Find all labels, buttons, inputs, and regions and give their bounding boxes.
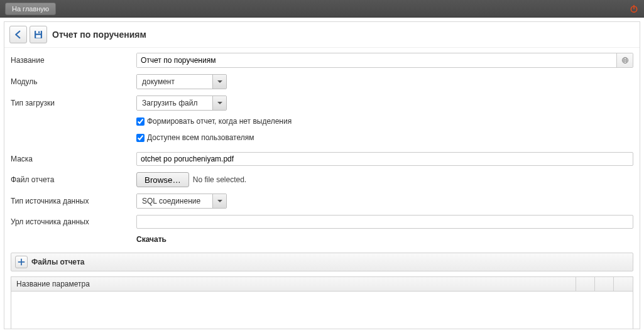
table-header: Название параметра [11,276,633,292]
load-type-select[interactable]: Загрузить файл [136,96,227,111]
floppy-disk-icon [33,29,44,40]
module-select[interactable]: документ [136,74,227,89]
file-status: No file selected. [193,175,246,184]
load-type-select-arrow[interactable] [212,96,226,110]
mask-input[interactable] [136,152,633,166]
svg-rect-10 [18,261,25,263]
chevron-down-icon [217,198,223,204]
table-body [11,292,633,329]
topbar: На главную [0,0,644,18]
power-button[interactable] [628,3,640,15]
power-icon [629,4,639,14]
files-section-title: Файлы отчета [31,258,84,266]
datasource-url-label: Урл источника данных [11,217,136,226]
th-param-name: Название параметра [11,277,576,291]
datasource-url-input[interactable] [136,215,633,229]
content: Название Модуль [4,48,640,329]
back-button[interactable] [9,26,27,43]
datasource-type-select-arrow[interactable] [212,194,226,208]
load-type-select-value: Загрузить файл [137,96,212,110]
chevron-down-icon [217,79,223,85]
arrow-left-icon [13,29,24,40]
row-load-type: Тип загрузки Загрузить файл [11,96,633,111]
svg-rect-5 [36,35,41,38]
row-name: Название [11,53,633,68]
module-select-arrow[interactable] [212,75,226,89]
row-checkboxes: Формировать отчет, когда нет выделения Д… [11,117,633,146]
home-button[interactable]: На главную [5,3,56,15]
row-datasource-type: Тип источника данных SQL соединение [11,194,633,209]
row-mask: Маска [11,152,633,166]
th-action-1 [576,277,595,291]
checkbox-available-label: Доступен всем пользователям [147,133,254,142]
checkbox-generate-label: Формировать отчет, когда нет выделения [147,117,292,126]
toolbar: Отчет по поручениям [4,22,640,48]
datasource-type-label: Тип источника данных [11,197,136,205]
row-download: Скачать [11,235,633,244]
module-select-value: документ [137,75,212,89]
page-title: Отчет по поручениям [52,30,146,40]
th-action-3 [614,277,633,291]
datasource-type-select[interactable]: SQL соединение [136,194,227,209]
browse-button[interactable]: Browse… [136,172,189,187]
name-input[interactable] [137,53,616,67]
mask-label: Маска [11,155,136,163]
svg-rect-4 [38,31,40,33]
plus-icon [17,258,26,266]
checkbox-available[interactable] [136,134,145,142]
load-type-label: Тип загрузки [11,99,136,107]
row-datasource-url: Урл источника данных [11,215,633,229]
module-label: Модуль [11,77,136,86]
row-module: Модуль документ [11,74,633,89]
checkbox-available-row[interactable]: Доступен всем пользователям [136,133,254,142]
checkbox-generate-row[interactable]: Формировать отчет, когда нет выделения [136,117,292,126]
name-label: Название [11,56,136,65]
download-link[interactable]: Скачать [136,235,166,244]
add-file-button[interactable] [15,256,28,268]
checkbox-generate[interactable] [136,117,145,126]
file-label: Файл отчета [11,175,136,184]
page-container: Отчет по поручениям Название [4,21,640,329]
globe-button[interactable] [616,53,633,67]
chevron-down-icon [217,100,223,106]
th-action-2 [595,277,614,291]
save-button[interactable] [30,26,47,43]
row-file: Файл отчета Browse… No file selected. [11,172,633,187]
home-button-label: На главную [12,5,49,13]
datasource-type-select-value: SQL соединение [137,194,212,208]
globe-icon [621,56,630,65]
files-section-header: Файлы отчета [11,253,633,271]
name-input-wrap [136,53,633,68]
